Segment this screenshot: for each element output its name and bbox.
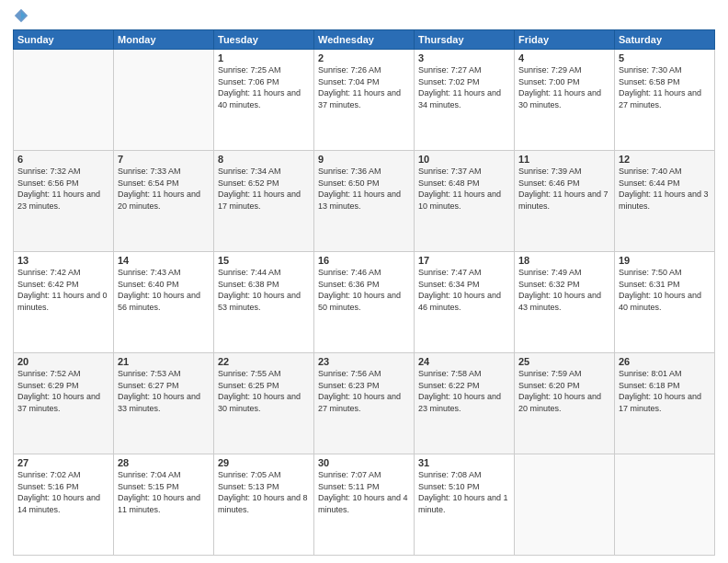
day-number: 23 [318,356,410,367]
calendar-cell: 28Sunrise: 7:04 AM Sunset: 5:15 PM Dayli… [114,454,214,556]
calendar-week-row: 1Sunrise: 7:25 AM Sunset: 7:06 PM Daylig… [14,50,715,151]
day-number: 31 [418,457,510,468]
weekday-header: Saturday [615,30,715,50]
day-info: Sunrise: 7:27 AM Sunset: 7:02 PM Dayligh… [418,64,510,110]
day-number: 4 [518,52,610,63]
day-number: 25 [518,356,610,367]
day-number: 27 [17,457,109,468]
calendar-cell: 2Sunrise: 7:26 AM Sunset: 7:04 PM Daylig… [314,50,415,151]
calendar-cell: 1Sunrise: 7:25 AM Sunset: 7:06 PM Daylig… [214,50,314,151]
day-info: Sunrise: 7:52 AM Sunset: 6:29 PM Dayligh… [17,368,109,414]
weekday-header: Sunday [14,30,114,50]
day-info: Sunrise: 7:04 AM Sunset: 5:15 PM Dayligh… [118,469,210,515]
calendar-cell [14,50,114,151]
day-info: Sunrise: 7:46 AM Sunset: 6:36 PM Dayligh… [318,267,410,313]
calendar-cell: 26Sunrise: 8:01 AM Sunset: 6:18 PM Dayli… [615,353,715,454]
day-info: Sunrise: 7:49 AM Sunset: 6:32 PM Dayligh… [518,267,610,313]
day-number: 16 [318,255,410,266]
day-info: Sunrise: 7:43 AM Sunset: 6:40 PM Dayligh… [118,267,210,313]
day-info: Sunrise: 7:55 AM Sunset: 6:25 PM Dayligh… [218,368,310,414]
page: SundayMondayTuesdayWednesdayThursdayFrid… [0,0,728,563]
day-number: 13 [17,255,109,266]
day-info: Sunrise: 7:25 AM Sunset: 7:06 PM Dayligh… [218,64,310,110]
day-number: 6 [17,154,109,165]
day-number: 28 [118,457,210,468]
day-info: Sunrise: 7:36 AM Sunset: 6:50 PM Dayligh… [318,166,410,212]
day-number: 8 [218,154,310,165]
calendar-week-row: 20Sunrise: 7:52 AM Sunset: 6:29 PM Dayli… [14,353,715,454]
day-info: Sunrise: 7:59 AM Sunset: 6:20 PM Dayligh… [518,368,610,414]
calendar-body: 1Sunrise: 7:25 AM Sunset: 7:06 PM Daylig… [14,50,715,556]
day-number: 10 [418,154,510,165]
calendar-week-row: 27Sunrise: 7:02 AM Sunset: 5:16 PM Dayli… [14,454,715,556]
calendar-cell: 9Sunrise: 7:36 AM Sunset: 6:50 PM Daylig… [314,151,415,252]
day-number: 2 [318,52,410,63]
day-info: Sunrise: 7:47 AM Sunset: 6:34 PM Dayligh… [418,267,510,313]
day-number: 26 [619,356,711,367]
calendar-cell: 24Sunrise: 7:58 AM Sunset: 6:22 PM Dayli… [415,353,515,454]
calendar-cell: 6Sunrise: 7:32 AM Sunset: 6:56 PM Daylig… [14,151,114,252]
calendar-cell: 5Sunrise: 7:30 AM Sunset: 6:58 PM Daylig… [615,50,715,151]
day-info: Sunrise: 7:08 AM Sunset: 5:10 PM Dayligh… [418,469,510,515]
day-number: 17 [418,255,510,266]
calendar-cell: 14Sunrise: 7:43 AM Sunset: 6:40 PM Dayli… [114,252,214,353]
day-number: 19 [619,255,711,266]
day-number: 3 [418,52,510,63]
calendar-cell: 16Sunrise: 7:46 AM Sunset: 6:36 PM Dayli… [314,252,415,353]
day-number: 7 [118,154,210,165]
calendar-week-row: 13Sunrise: 7:42 AM Sunset: 6:42 PM Dayli… [14,252,715,353]
calendar-cell [515,454,615,556]
calendar-cell: 21Sunrise: 7:53 AM Sunset: 6:27 PM Dayli… [114,353,214,454]
weekday-header: Wednesday [314,30,415,50]
day-info: Sunrise: 8:01 AM Sunset: 6:18 PM Dayligh… [619,368,711,414]
day-info: Sunrise: 7:39 AM Sunset: 6:46 PM Dayligh… [518,166,610,212]
calendar-cell: 10Sunrise: 7:37 AM Sunset: 6:48 PM Dayli… [415,151,515,252]
weekday-header: Tuesday [214,30,314,50]
calendar-cell: 8Sunrise: 7:34 AM Sunset: 6:52 PM Daylig… [214,151,314,252]
logo [13,9,32,24]
day-info: Sunrise: 7:42 AM Sunset: 6:42 PM Dayligh… [17,267,109,313]
day-number: 30 [318,457,410,468]
calendar-cell: 11Sunrise: 7:39 AM Sunset: 6:46 PM Dayli… [515,151,615,252]
calendar-cell: 27Sunrise: 7:02 AM Sunset: 5:16 PM Dayli… [14,454,114,556]
weekday-header: Monday [114,30,214,50]
calendar-cell: 22Sunrise: 7:55 AM Sunset: 6:25 PM Dayli… [214,353,314,454]
day-number: 29 [218,457,310,468]
calendar-cell: 30Sunrise: 7:07 AM Sunset: 5:11 PM Dayli… [314,454,415,556]
weekday-row: SundayMondayTuesdayWednesdayThursdayFrid… [14,30,715,50]
day-info: Sunrise: 7:02 AM Sunset: 5:16 PM Dayligh… [17,469,109,515]
calendar-cell: 23Sunrise: 7:56 AM Sunset: 6:23 PM Dayli… [314,353,415,454]
logo-icon [13,7,29,24]
day-info: Sunrise: 7:56 AM Sunset: 6:23 PM Dayligh… [318,368,410,414]
calendar: SundayMondayTuesdayWednesdayThursdayFrid… [13,29,715,556]
day-number: 15 [218,255,310,266]
calendar-cell: 19Sunrise: 7:50 AM Sunset: 6:31 PM Dayli… [615,252,715,353]
day-number: 20 [17,356,109,367]
day-info: Sunrise: 7:53 AM Sunset: 6:27 PM Dayligh… [118,368,210,414]
day-info: Sunrise: 7:30 AM Sunset: 6:58 PM Dayligh… [619,64,711,110]
calendar-cell: 20Sunrise: 7:52 AM Sunset: 6:29 PM Dayli… [14,353,114,454]
calendar-cell: 29Sunrise: 7:05 AM Sunset: 5:13 PM Dayli… [214,454,314,556]
weekday-header: Friday [515,30,615,50]
day-info: Sunrise: 7:07 AM Sunset: 5:11 PM Dayligh… [318,469,410,515]
day-number: 22 [218,356,310,367]
day-number: 21 [118,356,210,367]
weekday-header: Thursday [415,30,515,50]
day-info: Sunrise: 7:34 AM Sunset: 6:52 PM Dayligh… [218,166,310,212]
calendar-cell: 17Sunrise: 7:47 AM Sunset: 6:34 PM Dayli… [415,252,515,353]
calendar-cell: 12Sunrise: 7:40 AM Sunset: 6:44 PM Dayli… [615,151,715,252]
calendar-cell: 7Sunrise: 7:33 AM Sunset: 6:54 PM Daylig… [114,151,214,252]
calendar-cell: 3Sunrise: 7:27 AM Sunset: 7:02 PM Daylig… [415,50,515,151]
day-number: 11 [518,154,610,165]
day-info: Sunrise: 7:33 AM Sunset: 6:54 PM Dayligh… [118,166,210,212]
calendar-cell: 4Sunrise: 7:29 AM Sunset: 7:00 PM Daylig… [515,50,615,151]
day-number: 1 [218,52,310,63]
day-number: 12 [619,154,711,165]
calendar-header: SundayMondayTuesdayWednesdayThursdayFrid… [14,30,715,50]
calendar-cell [114,50,214,151]
day-info: Sunrise: 7:26 AM Sunset: 7:04 PM Dayligh… [318,64,410,110]
day-number: 18 [518,255,610,266]
day-number: 14 [118,255,210,266]
calendar-cell: 15Sunrise: 7:44 AM Sunset: 6:38 PM Dayli… [214,252,314,353]
day-info: Sunrise: 7:40 AM Sunset: 6:44 PM Dayligh… [619,166,711,212]
